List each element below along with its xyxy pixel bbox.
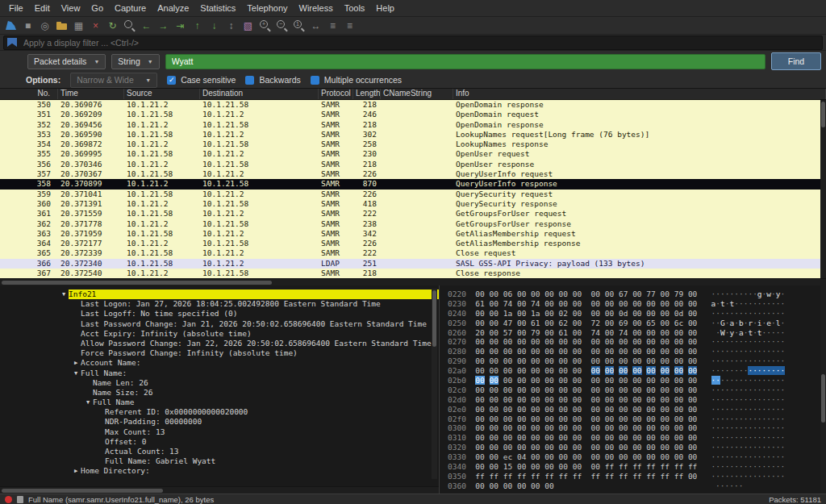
column-header-time[interactable]: Time	[58, 89, 124, 99]
column-header-info[interactable]: Info	[453, 89, 826, 99]
packet-list-hscrollbar[interactable]	[0, 278, 826, 285]
hex-ascii-char[interactable]: ·	[781, 376, 786, 385]
hex-byte[interactable]: 61	[531, 319, 540, 327]
hex-byte[interactable]: 00	[490, 405, 499, 414]
hex-ascii-char[interactable]: ·	[781, 356, 786, 365]
hex-byte[interactable]: 00	[619, 443, 628, 452]
hex-byte[interactable]: 47	[503, 319, 512, 327]
hex-byte[interactable]: 00	[573, 385, 582, 394]
hex-ascii-char[interactable]: ·	[781, 423, 786, 432]
hex-byte[interactable]: 00	[490, 443, 499, 452]
hex-byte[interactable]: 00	[517, 289, 526, 298]
hex-row[interactable]: 0260 20 00 57 00 79 00 61 00 74 00 74 00…	[448, 328, 826, 338]
hex-ascii-char[interactable]: ·	[757, 366, 762, 375]
hex-byte[interactable]: ff	[646, 472, 655, 481]
hex-byte[interactable]: 00	[632, 366, 641, 375]
hex-byte[interactable]: 00	[591, 433, 600, 442]
hex-byte[interactable]: ff	[674, 462, 683, 471]
hex-byte[interactable]: ff	[632, 462, 641, 471]
hex-byte[interactable]: 00	[688, 433, 697, 442]
hex-byte[interactable]: 00	[517, 414, 526, 423]
find-query-input[interactable]	[165, 54, 766, 69]
hex-byte[interactable]: 1a	[503, 309, 512, 318]
hex-byte[interactable]: 00	[544, 443, 553, 452]
hex-byte[interactable]: 00	[661, 309, 670, 318]
hex-byte[interactable]: 00	[475, 414, 484, 423]
column-header-protocol[interactable]: Protocol	[319, 89, 353, 99]
hex-byte[interactable]: 00	[544, 356, 553, 365]
hex-byte[interactable]: 00	[632, 443, 641, 452]
hex-byte[interactable]: 00	[517, 337, 526, 346]
hex-byte[interactable]: 00	[591, 462, 600, 471]
hex-byte[interactable]: 00	[517, 405, 526, 414]
save-file-icon[interactable]: ▦	[71, 19, 86, 33]
hex-byte[interactable]: 00	[490, 319, 499, 327]
hex-byte[interactable]: 00	[605, 309, 614, 318]
hex-byte[interactable]: 00	[619, 423, 628, 432]
hex-byte[interactable]: 00	[558, 395, 567, 404]
hex-byte[interactable]: 00	[490, 309, 499, 318]
hex-byte[interactable]: 00	[503, 433, 512, 442]
packet-row[interactable]: 36020.37139110.1.21.210.1.21.58SAMR418Qu…	[0, 199, 826, 209]
hex-byte[interactable]: 00	[475, 452, 484, 461]
hex-byte[interactable]: 00	[573, 289, 582, 298]
hex-byte[interactable]: 00	[573, 328, 582, 337]
hex-byte[interactable]: ff	[632, 472, 641, 481]
hex-byte[interactable]: 00	[475, 366, 484, 375]
hex-byte[interactable]: 74	[503, 299, 512, 308]
menu-view[interactable]: View	[56, 3, 86, 13]
hex-byte[interactable]: 00	[558, 443, 567, 452]
menu-tools[interactable]: Tools	[339, 3, 371, 13]
hex-row[interactable]: 0360 00 00 00 00 00 00 ······	[448, 481, 826, 491]
hex-byte[interactable]: 00	[517, 385, 526, 394]
hex-ascii-char[interactable]: ·	[781, 462, 786, 471]
packet-row[interactable]: 35620.37034610.1.21.210.1.21.58SAMR218Op…	[0, 160, 826, 169]
hex-byte[interactable]: 00	[591, 337, 600, 346]
hex-byte[interactable]: 69	[619, 319, 628, 327]
hex-byte[interactable]: 00	[619, 356, 628, 365]
hex-byte[interactable]: 00	[475, 356, 484, 365]
hex-byte[interactable]: 00	[517, 481, 526, 490]
hex-byte[interactable]: 00	[503, 337, 512, 346]
hex-byte[interactable]: 02	[558, 309, 567, 318]
hex-byte[interactable]: 00	[531, 443, 540, 452]
hex-byte[interactable]: 1a	[531, 309, 540, 318]
hex-byte[interactable]: 77	[646, 289, 655, 298]
packet-row[interactable]: 36220.37177810.1.21.210.1.21.58SAMR238Ge…	[0, 219, 826, 229]
hex-byte[interactable]: 00	[661, 443, 670, 452]
hex-ascii-char[interactable]: ·	[781, 385, 786, 394]
display-filter-input[interactable]	[22, 37, 822, 48]
detail-line[interactable]: Acct Expiry: Infinity (absolute time)	[0, 329, 439, 339]
hex-byte[interactable]: 00	[558, 405, 567, 414]
hex-byte[interactable]: 00	[490, 462, 499, 471]
hex-byte[interactable]: 00	[490, 347, 499, 356]
hex-ascii-char[interactable]: ·	[781, 309, 786, 318]
hex-byte[interactable]: 0d	[619, 309, 628, 318]
hex-byte[interactable]: 00	[646, 452, 655, 461]
hex-byte[interactable]: 00	[646, 433, 655, 442]
hex-byte[interactable]: 00	[573, 366, 582, 375]
hex-byte[interactable]: 00	[632, 405, 641, 414]
hex-byte[interactable]: ff	[490, 472, 499, 481]
details-vscrollbar[interactable]	[432, 289, 437, 479]
hex-byte[interactable]: 00	[490, 481, 499, 490]
hex-byte[interactable]: 00	[475, 443, 484, 452]
hex-byte[interactable]: 00	[688, 443, 697, 452]
hex-byte[interactable]: 00	[661, 423, 670, 432]
hex-byte[interactable]: 00	[632, 299, 641, 308]
hex-byte[interactable]: 00	[688, 347, 697, 356]
hex-byte[interactable]: 00	[544, 347, 553, 356]
hex-byte[interactable]: 00	[573, 423, 582, 432]
hex-byte[interactable]: 00	[475, 385, 484, 394]
hex-byte[interactable]: 00	[646, 414, 655, 423]
zoom-in-icon[interactable]: +	[257, 19, 273, 33]
hex-ascii-char[interactable]: ·	[781, 328, 786, 337]
hex-byte[interactable]: 00	[573, 337, 582, 346]
hex-byte[interactable]: 00	[632, 328, 641, 337]
hex-byte[interactable]: 00	[517, 376, 526, 385]
hex-byte[interactable]: 00	[531, 385, 540, 394]
hex-byte[interactable]: 79	[531, 328, 540, 337]
hex-byte[interactable]: 00	[490, 289, 499, 298]
hex-byte[interactable]: 00	[632, 423, 641, 432]
case-sensitive-checkbox[interactable]	[167, 76, 176, 85]
